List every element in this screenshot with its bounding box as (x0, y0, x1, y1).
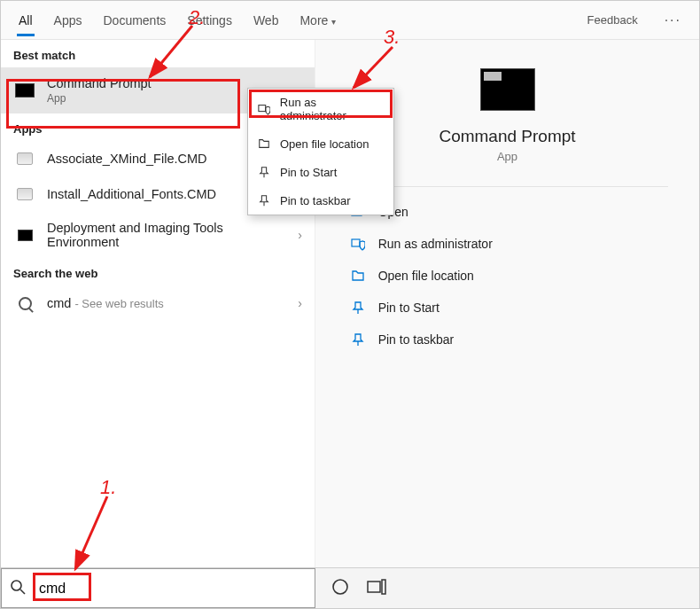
app-thumbnail (480, 68, 535, 111)
section-web: Search the web (1, 258, 315, 285)
svg-rect-1 (352, 239, 360, 246)
preview-title: Command Prompt (439, 127, 575, 146)
tab-documents[interactable]: Documents (92, 4, 176, 36)
tab-all[interactable]: All (8, 4, 43, 36)
feedback-link[interactable]: Feedback (572, 13, 654, 27)
best-match-subtitle: App (47, 92, 152, 105)
pin-start-icon (257, 165, 271, 179)
svg-point-2 (12, 581, 21, 590)
pin-taskbar-icon (257, 193, 271, 207)
action-pin-taskbar[interactable]: Pin to taskbar (346, 324, 669, 355)
chevron-right-icon: › (298, 296, 302, 310)
search-icon (13, 294, 36, 312)
chevron-down-icon: ▾ (331, 17, 336, 27)
cmd-file-icon (13, 150, 36, 168)
context-pin-taskbar[interactable]: Pin to taskbar (248, 186, 393, 215)
svg-rect-6 (382, 580, 385, 594)
task-view-icon[interactable] (367, 579, 386, 598)
action-open[interactable]: Open (346, 196, 669, 228)
action-open-location[interactable]: Open file location (346, 260, 669, 292)
tab-apps[interactable]: Apps (43, 4, 93, 36)
ellipsis-icon[interactable]: ··· (654, 12, 692, 28)
section-best-match: Best match (1, 40, 315, 67)
cmd-file-icon (13, 185, 36, 203)
search-footer (1, 567, 699, 608)
pin-taskbar-icon (350, 332, 366, 347)
context-menu: Run as administrator Open file location … (247, 88, 394, 215)
svg-rect-5 (368, 582, 380, 592)
chevron-right-icon: › (298, 228, 302, 242)
taskbar-icons (315, 568, 699, 608)
result-deployment-tools[interactable]: Deployment and Imaging Tools Environment… (1, 212, 315, 258)
context-open-location[interactable]: Open file location (248, 129, 393, 158)
svg-line-3 (20, 589, 25, 594)
search-input[interactable] (34, 569, 315, 607)
shield-icon (350, 236, 366, 252)
svg-rect-7 (259, 105, 266, 112)
shield-icon (257, 102, 271, 116)
folder-icon (350, 268, 366, 284)
context-pin-start[interactable]: Pin to Start (248, 158, 393, 186)
terminal-icon (13, 226, 36, 244)
tab-settings[interactable]: Settings (176, 4, 243, 36)
svg-point-4 (333, 580, 347, 594)
folder-icon (257, 137, 271, 151)
pin-start-icon (350, 300, 366, 316)
context-run-admin[interactable]: Run as administrator (248, 89, 393, 129)
action-pin-start[interactable]: Pin to Start (346, 292, 669, 324)
search-icon (2, 579, 34, 598)
best-match-title: Command Prompt (47, 76, 152, 90)
tab-web[interactable]: Web (243, 4, 290, 36)
terminal-icon (13, 82, 36, 99)
action-run-admin[interactable]: Run as administrator (346, 228, 669, 260)
cortana-icon[interactable] (331, 578, 349, 599)
tab-more[interactable]: More▾ (289, 4, 346, 36)
filter-tabs: All Apps Documents Settings Web More▾ Fe… (1, 1, 699, 40)
preview-subtitle: App (497, 150, 517, 163)
result-web-cmd[interactable]: cmd- See web results › (1, 285, 315, 321)
search-box[interactable] (1, 568, 315, 608)
divider (346, 186, 669, 187)
